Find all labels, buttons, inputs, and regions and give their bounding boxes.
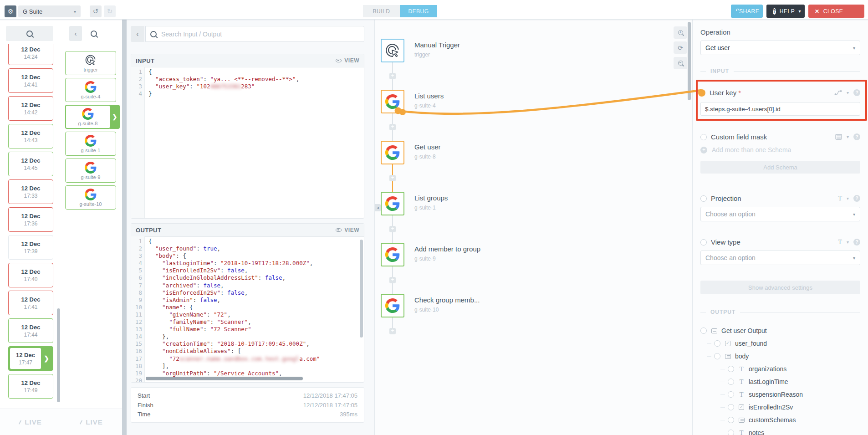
tree-node-user_found[interactable]: ✓user_found xyxy=(700,337,860,350)
custom-field-mask-radio[interactable] xyxy=(700,134,707,140)
tree-node-radio[interactable] xyxy=(728,366,734,372)
run-item[interactable]: 12 Dec17:44 xyxy=(8,318,53,343)
chevron-down-icon[interactable]: ▾ xyxy=(847,240,849,245)
chevron-down-icon[interactable]: ▾ xyxy=(847,90,849,95)
tree-node-organizations[interactable]: Torganizations xyxy=(700,363,860,375)
tree-node-body[interactable]: body xyxy=(700,350,860,363)
steps-search-button[interactable] xyxy=(84,26,104,41)
runs-search-button[interactable] xyxy=(6,26,53,41)
tree-node-notes[interactable]: Tnotes xyxy=(700,426,860,435)
step-item[interactable]: g-suite-1 xyxy=(65,132,116,156)
redo-button[interactable]: ↻ xyxy=(104,5,116,17)
run-item[interactable]: 12 Dec14:41 xyxy=(8,68,53,93)
node-icon-box[interactable] xyxy=(381,141,404,164)
user-key-input[interactable]: $.steps.g-suite-4.users[0].id xyxy=(700,102,860,116)
tree-node-radio[interactable] xyxy=(728,391,734,398)
jsonpath-icon[interactable] xyxy=(834,90,842,96)
io-search-input[interactable] xyxy=(160,30,359,38)
node-icon-box[interactable] xyxy=(381,294,404,317)
tree-node-radio[interactable] xyxy=(728,430,734,435)
step-item[interactable]: g-suite-8❯ xyxy=(65,105,111,129)
run-item[interactable]: 12 Dec17:41 xyxy=(8,291,53,315)
run-item[interactable]: 12 Dec14:43 xyxy=(8,124,53,148)
tree-node-radio[interactable] xyxy=(700,328,707,334)
help-icon[interactable]: ? xyxy=(853,239,860,246)
projection-radio[interactable] xyxy=(700,195,707,202)
zoom-in-button[interactable]: + xyxy=(674,26,687,39)
step-item[interactable]: g-suite-4 xyxy=(65,78,116,102)
tree-node-lastLoginTime[interactable]: TlastLoginTime xyxy=(700,375,860,388)
run-item[interactable]: 12 Dec17:36 xyxy=(8,207,53,232)
output-port-dot[interactable] xyxy=(399,109,406,115)
tree-node-radio[interactable] xyxy=(714,353,720,359)
refresh-button[interactable]: ⟳ xyxy=(674,41,687,54)
debug-back-button[interactable]: ‹ xyxy=(131,26,144,42)
undo-button[interactable]: ↺ xyxy=(90,5,102,17)
tree-node-radio[interactable] xyxy=(728,379,734,385)
node-icon-box[interactable] xyxy=(381,90,404,113)
view-type-select[interactable]: Choose an option ▾ xyxy=(700,251,860,265)
view-type-radio[interactable] xyxy=(700,239,707,246)
run-item[interactable]: 12 Dec17:33 xyxy=(8,179,53,204)
tree-node-isEnrolledIn2Sv[interactable]: ✓isEnrolledIn2Sv xyxy=(700,401,860,414)
projection-select[interactable]: Choose an option ▾ xyxy=(700,207,860,221)
chevron-down-icon[interactable]: ▾ xyxy=(847,134,849,139)
show-advanced-settings-button[interactable]: Show advanced settings xyxy=(700,281,860,294)
add-step-button[interactable]: + xyxy=(389,73,396,79)
run-item[interactable]: 12 Dec17:47❯ xyxy=(8,346,53,371)
panel-splitter[interactable] xyxy=(122,19,127,435)
chevron-down-icon[interactable]: ▾ xyxy=(847,196,849,201)
help-icon[interactable]: ? xyxy=(853,89,860,96)
steps-back-button[interactable]: ‹ xyxy=(69,26,82,41)
tree-node-radio[interactable] xyxy=(728,417,734,423)
add-more-schema[interactable]: + Add more than one Schema xyxy=(700,146,860,154)
run-item[interactable]: 12 Dec14:24 xyxy=(8,44,53,65)
add-step-button[interactable]: + xyxy=(389,328,396,334)
step-item[interactable]: trigger xyxy=(65,51,116,75)
workflow-settings-button[interactable]: ⚙ xyxy=(5,5,16,17)
operation-select[interactable]: Get user ▾ xyxy=(700,41,860,55)
add-step-button[interactable]: + xyxy=(389,226,396,232)
tree-node-radio[interactable] xyxy=(728,404,734,410)
output-view-button[interactable]: VIEW xyxy=(336,227,359,233)
tree-node-customSchemas[interactable]: customSchemas xyxy=(700,414,860,426)
output-vertical-scrollbar[interactable] xyxy=(360,240,363,338)
canvas-scrollbar[interactable] xyxy=(688,22,691,100)
step-item[interactable]: g-suite-10 xyxy=(65,185,116,210)
run-item[interactable]: 12 Dec14:42 xyxy=(8,96,53,121)
workflow-canvas[interactable]: ◂ + ⟳ − Manual Triggertrigger+List users… xyxy=(374,19,693,435)
help-icon[interactable]: ? xyxy=(853,133,860,140)
help-icon[interactable]: ? xyxy=(853,195,860,202)
node-icon-box[interactable] xyxy=(381,243,404,266)
steps-live-toggle[interactable]: LIVE xyxy=(61,409,122,435)
collapse-panel-handle[interactable]: ◂ xyxy=(375,204,381,211)
node-icon-box[interactable] xyxy=(381,39,404,62)
runs-live-toggle[interactable]: LIVE xyxy=(0,409,61,435)
run-item[interactable]: 12 Dec17:39 xyxy=(8,235,53,260)
top-bar: ⚙ G Suite ▾ ↺ ↻ BUILD DEBUG SHARE ? HELP… xyxy=(0,0,868,20)
add-schema-button[interactable]: Add Schema xyxy=(700,161,860,174)
list-schema-icon[interactable] xyxy=(835,134,842,140)
runs-scrollbar[interactable] xyxy=(57,308,60,402)
tab-debug[interactable]: DEBUG xyxy=(400,5,437,17)
tree-node-Get user Output[interactable]: Get user Output xyxy=(700,324,860,337)
help-button[interactable]: ? HELP ▾ xyxy=(766,5,805,18)
step-item[interactable]: g-suite-9 xyxy=(65,159,116,183)
share-button[interactable]: SHARE xyxy=(731,5,763,18)
add-step-button[interactable]: + xyxy=(389,277,396,283)
add-step-button[interactable]: + xyxy=(389,124,396,130)
workflow-select[interactable]: G Suite ▾ xyxy=(18,5,81,17)
node-icon-box[interactable] xyxy=(381,192,404,215)
add-step-button[interactable]: + xyxy=(389,175,396,181)
input-view-button[interactable]: VIEW xyxy=(336,57,359,64)
connector-endpoint-dot[interactable] xyxy=(698,89,705,97)
run-item[interactable]: 12 Dec14:45 xyxy=(8,152,53,176)
close-button[interactable]: ✕ CLOSE xyxy=(808,5,864,18)
tab-build[interactable]: BUILD xyxy=(363,5,400,17)
tree-node-suspensionReason[interactable]: TsuspensionReason xyxy=(700,388,860,401)
tree-node-radio[interactable] xyxy=(714,340,720,347)
run-item[interactable]: 12 Dec17:49 xyxy=(8,374,53,399)
run-item[interactable]: 12 Dec17:40 xyxy=(8,263,53,287)
zoom-out-button[interactable]: − xyxy=(674,57,687,69)
output-horizontal-scrollbar[interactable] xyxy=(146,377,303,380)
